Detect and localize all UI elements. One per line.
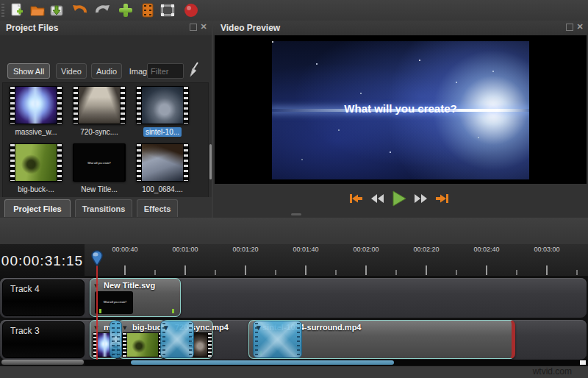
file-thumbnail: What will you create?: [73, 143, 126, 182]
jump-to-start-icon: [348, 193, 363, 204]
timeline-scrollbar-handle[interactable]: [131, 360, 394, 365]
ruler-tick-minor: [154, 270, 156, 275]
watermark: wtvid.com: [533, 366, 572, 377]
import-files-icon: [119, 4, 132, 17]
toolbar-grip-handle[interactable]: [1, 4, 4, 17]
redo-button[interactable]: [94, 2, 110, 18]
close-panel-icon[interactable]: ✕: [576, 24, 584, 31]
tab-transitions[interactable]: Transitions: [75, 199, 132, 217]
clip-label: New Title.svg: [104, 281, 155, 290]
main-toolbar: [0, 0, 588, 21]
tab-label: Effects: [144, 204, 171, 213]
file-thumbnail: [136, 86, 189, 124]
timeline-toolbar: 20 seconds: [0, 218, 588, 244]
broom-icon: [187, 62, 202, 78]
clear-filter-button[interactable]: [187, 62, 203, 78]
current-timecode: 00:00:31:15: [0, 244, 85, 277]
ruler-label: 00:02:20: [413, 246, 439, 253]
files-scrollbar[interactable]: [209, 144, 212, 179]
track-4-header[interactable]: Track 4: [2, 279, 85, 316]
ruler-tick-minor: [335, 270, 337, 275]
splitter-handle[interactable]: [291, 213, 301, 215]
filter-tab-label: Video: [61, 67, 82, 76]
transition-2[interactable]: ▾: [160, 321, 194, 358]
file-thumbnail: [73, 86, 126, 124]
ruler-label: 00:02:40: [473, 246, 499, 253]
filter-input[interactable]: [147, 63, 184, 79]
play-button[interactable]: [391, 190, 407, 207]
project-files-panel: Project Files ✕ Show All Video Audio Ima…: [0, 21, 212, 197]
video-viewport: What will you create?: [215, 35, 587, 184]
clip-thumbnail: [122, 332, 163, 357]
float-panel-icon[interactable]: [190, 24, 197, 31]
jump-to-end-button[interactable]: [435, 193, 450, 204]
ruler-tick-minor: [516, 270, 517, 275]
ruler-tick: [124, 265, 126, 275]
track-name: Track 4: [10, 284, 40, 294]
undo-button[interactable]: [72, 2, 88, 18]
transition-menu-chevron-icon[interactable]: ▾: [257, 323, 261, 332]
filter-tab-label: Audio: [96, 67, 117, 76]
ruler-tick-minor: [456, 270, 457, 275]
play-icon: [391, 190, 407, 207]
record-icon: [184, 3, 198, 18]
playhead-handle[interactable]: [90, 250, 104, 266]
fast-forward-button[interactable]: [414, 193, 429, 204]
choose-profile-button[interactable]: [140, 2, 156, 18]
file-item[interactable]: 100_0684....: [134, 143, 191, 195]
file-item-selected[interactable]: sintel-10...: [134, 86, 191, 138]
timeline-area: 00:00:31:15 00:00:40 00:01:00 00:01:20 0…: [0, 244, 588, 366]
project-files-panel-title: Project Files: [6, 23, 58, 33]
clip-big-buck[interactable]: ▾ big-buck-: [118, 320, 165, 359]
filter-tab-show-all[interactable]: Show All: [7, 63, 50, 79]
record-export-button[interactable]: [183, 2, 199, 18]
tab-project-files[interactable]: Project Files: [4, 199, 71, 217]
ruler-label: 00:00:40: [112, 246, 137, 253]
playhead-line: [96, 263, 98, 360]
transition-3[interactable]: ▾: [253, 321, 302, 358]
track-4-lane[interactable]: Track 4: [0, 278, 587, 318]
save-project-button[interactable]: [49, 2, 65, 18]
float-panel-icon[interactable]: [566, 24, 573, 31]
file-item[interactable]: What will you create? New Title...: [71, 143, 128, 195]
file-thumbnail: [10, 86, 62, 124]
rewind-button[interactable]: [370, 193, 384, 204]
timeline-ruler[interactable]: 00:00:40 00:01:00 00:01:20 00:01:40 00:0…: [85, 244, 588, 277]
ruler-tick-minor: [395, 270, 397, 275]
transition-menu-chevron-icon[interactable]: ▾: [164, 323, 168, 332]
ruler-tick-minor: [275, 270, 276, 275]
jump-to-end-icon: [435, 193, 450, 204]
filter-tab-label: Show All: [13, 67, 44, 76]
video-frame: What will you create?: [272, 41, 529, 179]
open-project-button[interactable]: [29, 2, 46, 18]
tab-label: Transitions: [82, 204, 126, 213]
timeline-scrollbar-end[interactable]: [580, 360, 586, 365]
timeline-scrollbar[interactable]: [85, 360, 588, 365]
video-preview-header: Video Preview ✕: [213, 21, 588, 35]
close-panel-icon[interactable]: ✕: [200, 24, 207, 31]
filter-tab-audio[interactable]: Audio: [91, 63, 122, 79]
import-files-button[interactable]: [118, 2, 134, 18]
transition-1[interactable]: [110, 321, 122, 358]
bottom-bar: wtvid.com: [0, 366, 588, 378]
track-3-header[interactable]: Track 3: [2, 321, 85, 358]
file-item[interactable]: big-buck-...: [7, 143, 65, 195]
title-thumb-text: What will you create?: [85, 162, 112, 164]
ruler-tick-minor: [215, 270, 216, 275]
file-item[interactable]: massive_w...: [7, 86, 65, 138]
new-project-button[interactable]: [9, 2, 25, 18]
clip-effect-mark: [172, 309, 174, 313]
tab-effects[interactable]: Effects: [137, 199, 178, 217]
filter-tab-video[interactable]: Video: [56, 63, 87, 79]
ruler-tick: [184, 265, 186, 275]
clip-new-title[interactable]: ▾ New Title.svg What will you create?: [90, 278, 181, 317]
clip-menu-chevron-icon[interactable]: ▾: [123, 323, 127, 332]
ruler-label: 00:03:00: [534, 246, 559, 253]
file-thumbnail: [10, 143, 62, 182]
save-project-icon: [49, 3, 64, 18]
file-item[interactable]: 720-sync....: [71, 86, 128, 138]
redo-icon: [94, 3, 110, 18]
ruler-tick: [546, 265, 548, 275]
export-video-button[interactable]: [159, 2, 176, 18]
jump-to-start-button[interactable]: [348, 193, 363, 204]
